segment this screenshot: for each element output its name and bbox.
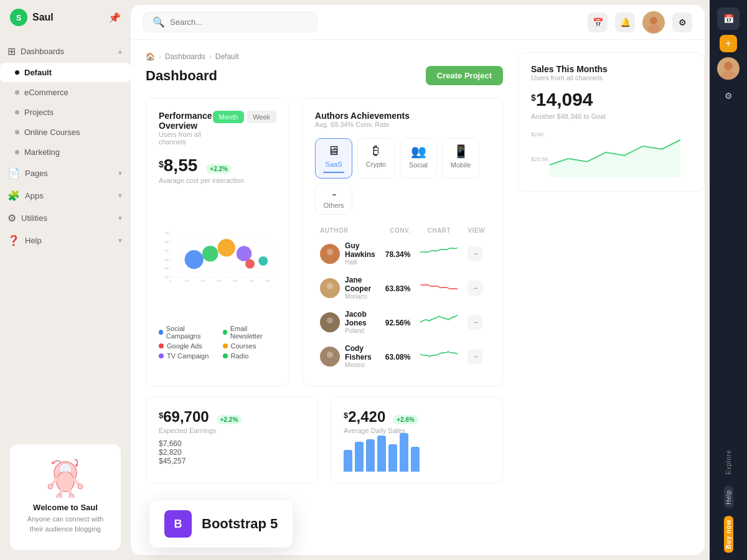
topbar-avatar[interactable] — [642, 11, 665, 34]
legend-tv: TV Campaign — [159, 352, 213, 360]
svg-text:500: 500 — [164, 249, 169, 252]
notification-icon[interactable]: 🔔 — [615, 12, 635, 32]
author-avatar — [320, 244, 340, 264]
main-content: 🔍 📅 🔔 ⚙ 🏠 › Dashboards › Default Dashboa… — [131, 5, 705, 555]
view-button[interactable]: → — [467, 281, 482, 296]
page-title: Dashboard — [146, 68, 217, 84]
dot-online-courses — [15, 130, 19, 134]
cat-tab-crypto[interactable]: ₿ Crypto — [357, 138, 395, 179]
crypto-icon: ₿ — [373, 144, 379, 158]
search-box[interactable]: 🔍 — [143, 12, 317, 32]
svg-text:300: 300 — [164, 267, 169, 270]
sales-title: Sales This Months — [531, 64, 692, 74]
breadcrumb: 🏠 › Dashboards › Default — [146, 52, 503, 61]
sidebar-footer: Welcome to Saul Anyone can connect with … — [0, 434, 131, 560]
legend-dot-courses — [223, 343, 228, 348]
cat-tab-saas[interactable]: 🖥 SaaS — [315, 138, 352, 179]
daily-sales-card: $2,420 +2.6% Average Daily Sales — [331, 396, 503, 483]
bar — [377, 436, 386, 472]
sidebar-item-help[interactable]: ❓ Help ▼ — [0, 230, 131, 251]
svg-point-9 — [57, 494, 62, 498]
svg-text:500: 500 — [249, 279, 254, 282]
perf-title: Performance Overview — [159, 111, 213, 131]
svg-text:200: 200 — [164, 276, 169, 279]
sidebar-item-marketing[interactable]: Marketing — [0, 142, 131, 162]
search-input[interactable] — [170, 17, 294, 27]
svg-text:300: 300 — [217, 279, 222, 282]
view-button[interactable]: → — [467, 246, 482, 261]
breadcrumb-dashboards[interactable]: Dashboards — [165, 52, 205, 61]
bar — [388, 444, 397, 472]
conv-value: 92.56% — [385, 319, 411, 327]
sales-goal: Another $48,346 to Goal — [531, 113, 692, 120]
sidebar-item-online-courses[interactable]: Online Courses — [0, 123, 131, 142]
calendar-icon[interactable]: 📅 — [588, 12, 608, 32]
sidebar-item-pages[interactable]: 📄 Pages ▼ — [0, 162, 131, 184]
svg-text:100: 100 — [184, 279, 189, 282]
author-avatar — [320, 278, 340, 298]
pin-icon[interactable]: 📌 — [108, 12, 121, 24]
col-view: VIEW — [463, 225, 490, 236]
earnings-card: $69,700 +2.2% Expected Earnings $7,660 $… — [146, 396, 318, 483]
legend-dot-google — [159, 343, 164, 348]
rp-settings-icon[interactable]: ⚙ — [717, 85, 740, 107]
svg-point-52 — [324, 358, 336, 366]
create-project-button[interactable]: Create Project — [426, 66, 503, 85]
sidebar-item-ecommerce[interactable]: eCommerce — [0, 83, 131, 102]
sidebar-item-apps[interactable]: 🧩 Apps ▼ — [0, 185, 131, 207]
rp-calendar-icon[interactable]: 📅 — [717, 7, 740, 30]
legend-dot-email — [223, 330, 227, 335]
legend-email: Email Newsletter — [223, 325, 277, 340]
breadcrumb-default: Default — [215, 52, 239, 61]
author-name: Jane Cooper — [345, 276, 375, 293]
welcome-title: Welcome to Saul — [20, 503, 111, 512]
bootstrap-icon: B — [164, 510, 192, 538]
help-icon: ❓ — [7, 235, 20, 246]
tab-week[interactable]: Week — [247, 111, 276, 123]
dashboards-icon: ⊞ — [7, 45, 16, 57]
others-icon: ··· — [332, 189, 336, 199]
bar — [355, 442, 364, 472]
cat-tab-others[interactable]: ··· Others — [315, 184, 352, 215]
cat-label-mobile: Mobile — [451, 161, 471, 169]
cat-tab-social[interactable]: 👥 Social — [400, 138, 437, 179]
sidebar: S Saul 📌 ⊞ Dashboards ▲ Default eCommerc… — [0, 0, 131, 560]
table-row: Guy Hawkins Haiti 78.34% → — [315, 236, 490, 271]
app-name: Saul — [32, 12, 54, 23]
view-button[interactable]: → — [467, 349, 482, 364]
settings-icon[interactable]: ⚙ — [672, 12, 692, 32]
mini-chart — [420, 348, 458, 363]
svg-point-41 — [258, 256, 268, 266]
cat-tab-mobile[interactable]: 📱 Mobile — [442, 138, 479, 179]
sidebar-logo: S Saul — [10, 9, 54, 26]
svg-point-40 — [245, 259, 255, 269]
svg-point-43 — [324, 256, 336, 264]
legend-courses: Courses — [223, 342, 277, 350]
rp-add-icon[interactable]: + — [720, 35, 737, 52]
view-button[interactable]: → — [467, 315, 482, 330]
mobile-icon: 📱 — [453, 144, 469, 159]
help-label[interactable]: Help — [724, 486, 733, 508]
explore-label[interactable]: Explore — [724, 446, 733, 478]
bar — [344, 450, 352, 472]
svg-point-39 — [237, 246, 252, 261]
sidebar-item-projects[interactable]: Projects — [0, 103, 131, 122]
apps-icon: 🧩 — [7, 190, 20, 202]
author-country: Haiti — [345, 259, 375, 266]
conv-value: 63.08% — [385, 353, 411, 362]
welcome-card: Welcome to Saul Anyone can connect with … — [10, 444, 121, 550]
sidebar-item-default[interactable]: Default — [0, 63, 131, 82]
svg-point-46 — [324, 290, 336, 298]
sidebar-item-dashboards[interactable]: ⊞ Dashboards ▲ — [0, 40, 131, 62]
buy-now-label[interactable]: Buy now — [724, 516, 733, 553]
sidebar-header: S Saul 📌 — [0, 0, 131, 35]
utilities-icon: ⚙ — [7, 212, 16, 224]
rp-avatar[interactable] — [717, 57, 740, 80]
sales-metric: $14,094 — [531, 89, 692, 110]
sidebar-item-utilities[interactable]: ⚙ Utilities ▼ — [0, 207, 131, 229]
earnings-value: $69,700 — [159, 408, 209, 426]
cat-label-saas: SaaS — [326, 161, 342, 168]
tab-month[interactable]: Month — [213, 111, 245, 123]
author-avatar — [320, 347, 340, 366]
content-area: 🏠 › Dashboards › Default Dashboard Creat… — [131, 40, 705, 555]
